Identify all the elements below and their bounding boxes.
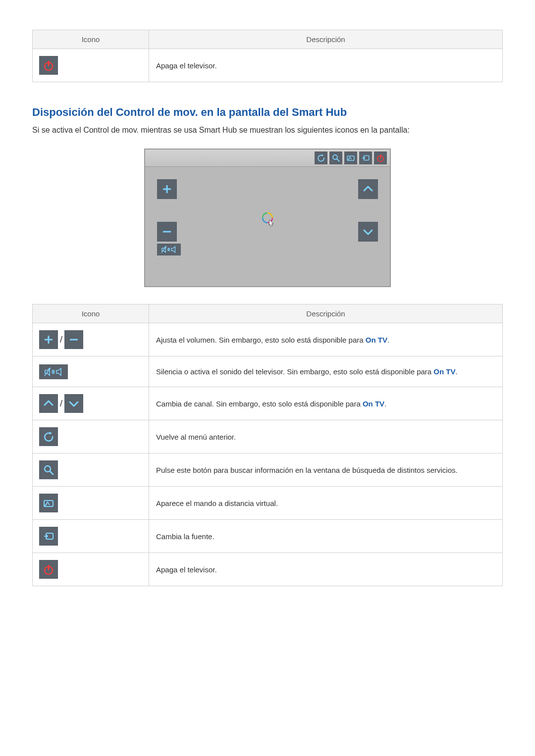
icon-table-main: Icono Descripción / Ajusta el volumen. S… — [32, 304, 503, 586]
desc-text: Apaga el televisor. — [149, 49, 503, 82]
table-row: Apaga el televisor. — [33, 49, 503, 82]
channel-down-icon — [64, 394, 83, 413]
power-icon — [374, 151, 387, 164]
tv-titlebar — [145, 150, 390, 167]
back-icon — [39, 427, 58, 446]
table-row: Vuelve al menú anterior. — [33, 420, 503, 454]
volume-down-icon — [64, 330, 83, 349]
tv-right-controls — [358, 179, 378, 242]
mute-icon — [157, 244, 181, 255]
desc-text: Ajusta el volumen. Sin embargo, esto sol… — [149, 323, 503, 356]
remote-icon — [39, 494, 58, 512]
col-header-icon: Icono — [33, 30, 149, 49]
on-tv-link[interactable]: On TV — [366, 336, 387, 344]
document-page: Icono Descripción Apaga el televisor. Di… — [0, 0, 535, 646]
channel-down-icon — [358, 222, 378, 242]
motion-cursor-icon — [261, 211, 274, 225]
on-tv-link[interactable]: On TV — [433, 367, 455, 376]
search-icon — [329, 151, 342, 164]
desc-text: Cambia la fuente. — [149, 520, 503, 553]
table-row: Aparece el mando a distancia virtual. — [33, 487, 503, 520]
col-header-desc: Descripción — [149, 304, 503, 323]
volume-down-icon — [157, 222, 177, 242]
tv-left-controls — [157, 179, 181, 255]
source-icon — [359, 151, 372, 164]
desc-text: Cambia de canal. Sin embargo, esto solo … — [149, 387, 503, 420]
desc-text: Aparece el mando a distancia virtual. — [149, 487, 503, 520]
table-row: Apaga el televisor. — [33, 553, 503, 586]
power-icon — [39, 560, 58, 579]
table-row: / Ajusta el volumen. Sin embargo, esto s… — [33, 323, 503, 356]
icon-table-top: Icono Descripción Apaga el televisor. — [32, 30, 503, 82]
back-icon — [315, 151, 327, 164]
search-icon — [39, 460, 58, 479]
table-row: Pulse este botón para buscar información… — [33, 454, 503, 487]
section-body: Si se activa el Control de mov. mientras… — [32, 126, 503, 135]
desc-text: Silencia o activa el sonido del televiso… — [149, 356, 503, 387]
table-row: / Cambia de canal. Sin embargo, esto sol… — [33, 387, 503, 420]
remote-icon — [344, 151, 357, 164]
source-icon — [39, 527, 58, 546]
channel-up-icon — [358, 179, 378, 199]
table-row: Cambia la fuente. — [33, 520, 503, 553]
desc-text: Vuelve al menú anterior. — [149, 420, 503, 454]
desc-text: Pulse este botón para buscar información… — [149, 454, 503, 487]
section-title: Disposición del Control de mov. en la pa… — [32, 106, 503, 119]
separator: / — [58, 399, 64, 409]
volume-up-icon — [39, 330, 58, 349]
tv-screenshot — [144, 149, 391, 287]
col-header-desc: Descripción — [149, 30, 503, 49]
table-row: Silencia o activa el sonido del televiso… — [33, 356, 503, 387]
mute-icon — [39, 364, 68, 379]
power-icon — [39, 56, 58, 75]
on-tv-link[interactable]: On TV — [363, 400, 384, 408]
separator: / — [58, 335, 64, 345]
desc-text: Apaga el televisor. — [149, 553, 503, 586]
channel-up-icon — [39, 394, 58, 413]
col-header-icon: Icono — [33, 304, 149, 323]
volume-up-icon — [157, 179, 177, 199]
